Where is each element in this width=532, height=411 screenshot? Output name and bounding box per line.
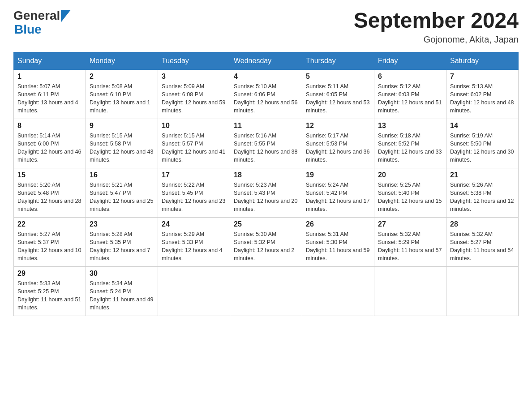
table-row: 22Sunrise: 5:27 AMSunset: 5:37 PMDayligh… [14, 217, 86, 266]
day-info: Sunrise: 5:09 AMSunset: 6:08 PMDaylight:… [162, 82, 226, 115]
logo-text-blue: Blue [14, 23, 71, 37]
table-row: 26Sunrise: 5:31 AMSunset: 5:30 PMDayligh… [302, 217, 374, 266]
day-info: Sunrise: 5:31 AMSunset: 5:30 PMDaylight:… [306, 230, 370, 263]
week-row-2: 8Sunrise: 5:14 AMSunset: 6:00 PMDaylight… [14, 119, 519, 168]
day-number: 18 [234, 171, 298, 179]
day-info: Sunrise: 5:28 AMSunset: 5:35 PMDaylight:… [90, 230, 154, 263]
day-info: Sunrise: 5:14 AMSunset: 6:00 PMDaylight:… [17, 132, 82, 164]
calendar-title: September 2024 [354, 9, 519, 33]
table-row: 28Sunrise: 5:32 AMSunset: 5:27 PMDayligh… [446, 217, 519, 266]
table-row [302, 266, 374, 316]
day-info: Sunrise: 5:21 AMSunset: 5:47 PMDaylight:… [90, 181, 154, 214]
day-number: 14 [450, 122, 515, 130]
day-number: 26 [306, 220, 370, 228]
day-info: Sunrise: 5:20 AMSunset: 5:48 PMDaylight:… [17, 181, 82, 214]
day-number: 6 [378, 73, 442, 81]
header-friday: Friday [374, 52, 446, 69]
svg-marker-0 [61, 10, 71, 22]
table-row: 9Sunrise: 5:15 AMSunset: 5:58 PMDaylight… [86, 119, 158, 168]
table-row: 14Sunrise: 5:19 AMSunset: 5:50 PMDayligh… [446, 119, 519, 168]
header-wednesday: Wednesday [230, 52, 302, 69]
day-number: 13 [378, 122, 442, 130]
day-number: 11 [234, 122, 298, 130]
table-row: 21Sunrise: 5:26 AMSunset: 5:38 PMDayligh… [446, 168, 519, 217]
day-number: 21 [450, 171, 515, 179]
day-number: 3 [162, 73, 226, 81]
week-row-5: 29Sunrise: 5:33 AMSunset: 5:25 PMDayligh… [14, 266, 519, 316]
day-header-row: Sunday Monday Tuesday Wednesday Thursday… [14, 52, 519, 69]
table-row: 17Sunrise: 5:22 AMSunset: 5:45 PMDayligh… [158, 168, 230, 217]
table-row: 25Sunrise: 5:30 AMSunset: 5:32 PMDayligh… [230, 217, 302, 266]
day-info: Sunrise: 5:10 AMSunset: 6:06 PMDaylight:… [234, 82, 298, 115]
logo-text-general: General [13, 9, 60, 23]
table-row: 8Sunrise: 5:14 AMSunset: 6:00 PMDaylight… [14, 119, 86, 168]
week-row-3: 15Sunrise: 5:20 AMSunset: 5:48 PMDayligh… [14, 168, 519, 217]
header-tuesday: Tuesday [158, 52, 230, 69]
table-row: 27Sunrise: 5:32 AMSunset: 5:29 PMDayligh… [374, 217, 446, 266]
day-number: 22 [17, 220, 82, 228]
day-number: 27 [378, 220, 442, 228]
day-number: 7 [450, 73, 515, 81]
day-number: 10 [162, 122, 226, 130]
table-row: 10Sunrise: 5:15 AMSunset: 5:57 PMDayligh… [158, 119, 230, 168]
table-row: 11Sunrise: 5:16 AMSunset: 5:55 PMDayligh… [230, 119, 302, 168]
day-info: Sunrise: 5:12 AMSunset: 6:03 PMDaylight:… [378, 82, 442, 115]
day-number: 29 [17, 270, 82, 278]
day-number: 20 [378, 171, 442, 179]
header-monday: Monday [86, 52, 158, 69]
day-info: Sunrise: 5:15 AMSunset: 5:58 PMDaylight:… [90, 132, 154, 164]
logo-arrow-icon [61, 10, 71, 22]
day-number: 8 [17, 122, 82, 130]
day-number: 19 [306, 171, 370, 179]
day-info: Sunrise: 5:29 AMSunset: 5:33 PMDaylight:… [162, 230, 226, 263]
table-row: 1Sunrise: 5:07 AMSunset: 6:11 PMDaylight… [14, 69, 86, 119]
day-number: 24 [162, 220, 226, 228]
day-number: 25 [234, 220, 298, 228]
table-row: 15Sunrise: 5:20 AMSunset: 5:48 PMDayligh… [14, 168, 86, 217]
day-info: Sunrise: 5:07 AMSunset: 6:11 PMDaylight:… [17, 82, 82, 115]
table-row: 13Sunrise: 5:18 AMSunset: 5:52 PMDayligh… [374, 119, 446, 168]
header-saturday: Saturday [446, 52, 519, 69]
day-info: Sunrise: 5:08 AMSunset: 6:10 PMDaylight:… [90, 82, 154, 115]
logo: General Blue [13, 9, 71, 37]
day-info: Sunrise: 5:23 AMSunset: 5:43 PMDaylight:… [234, 181, 298, 214]
table-row [374, 266, 446, 316]
day-info: Sunrise: 5:13 AMSunset: 6:02 PMDaylight:… [450, 82, 515, 115]
table-row: 5Sunrise: 5:11 AMSunset: 6:05 PMDaylight… [302, 69, 374, 119]
day-info: Sunrise: 5:24 AMSunset: 5:42 PMDaylight:… [306, 181, 370, 214]
table-row: 20Sunrise: 5:25 AMSunset: 5:40 PMDayligh… [374, 168, 446, 217]
table-row: 7Sunrise: 5:13 AMSunset: 6:02 PMDaylight… [446, 69, 519, 119]
day-info: Sunrise: 5:25 AMSunset: 5:40 PMDaylight:… [378, 181, 442, 214]
table-row [446, 266, 519, 316]
day-info: Sunrise: 5:18 AMSunset: 5:52 PMDaylight:… [378, 132, 442, 164]
day-number: 12 [306, 122, 370, 130]
page-header: General Blue September 2024 Gojonome, Ak… [13, 9, 519, 45]
day-number: 4 [234, 73, 298, 81]
week-row-4: 22Sunrise: 5:27 AMSunset: 5:37 PMDayligh… [14, 217, 519, 266]
week-row-1: 1Sunrise: 5:07 AMSunset: 6:11 PMDaylight… [14, 69, 519, 119]
day-info: Sunrise: 5:30 AMSunset: 5:32 PMDaylight:… [234, 230, 298, 263]
calendar-table: Sunday Monday Tuesday Wednesday Thursday… [13, 52, 519, 316]
table-row: 19Sunrise: 5:24 AMSunset: 5:42 PMDayligh… [302, 168, 374, 217]
calendar-subtitle: Gojonome, Akita, Japan [354, 34, 519, 45]
day-number: 23 [90, 220, 154, 228]
header-sunday: Sunday [14, 52, 86, 69]
day-number: 5 [306, 73, 370, 81]
day-info: Sunrise: 5:17 AMSunset: 5:53 PMDaylight:… [306, 132, 370, 164]
table-row: 12Sunrise: 5:17 AMSunset: 5:53 PMDayligh… [302, 119, 374, 168]
day-number: 28 [450, 220, 515, 228]
title-section: September 2024 Gojonome, Akita, Japan [354, 9, 519, 45]
day-number: 1 [17, 73, 82, 81]
day-info: Sunrise: 5:32 AMSunset: 5:29 PMDaylight:… [378, 230, 442, 263]
table-row [158, 266, 230, 316]
day-info: Sunrise: 5:32 AMSunset: 5:27 PMDaylight:… [450, 230, 515, 263]
table-row: 2Sunrise: 5:08 AMSunset: 6:10 PMDaylight… [86, 69, 158, 119]
day-number: 2 [90, 73, 154, 81]
day-number: 9 [90, 122, 154, 130]
table-row: 18Sunrise: 5:23 AMSunset: 5:43 PMDayligh… [230, 168, 302, 217]
day-info: Sunrise: 5:26 AMSunset: 5:38 PMDaylight:… [450, 181, 515, 214]
table-row: 24Sunrise: 5:29 AMSunset: 5:33 PMDayligh… [158, 217, 230, 266]
table-row: 3Sunrise: 5:09 AMSunset: 6:08 PMDaylight… [158, 69, 230, 119]
table-row: 23Sunrise: 5:28 AMSunset: 5:35 PMDayligh… [86, 217, 158, 266]
table-row: 30Sunrise: 5:34 AMSunset: 5:24 PMDayligh… [86, 266, 158, 316]
